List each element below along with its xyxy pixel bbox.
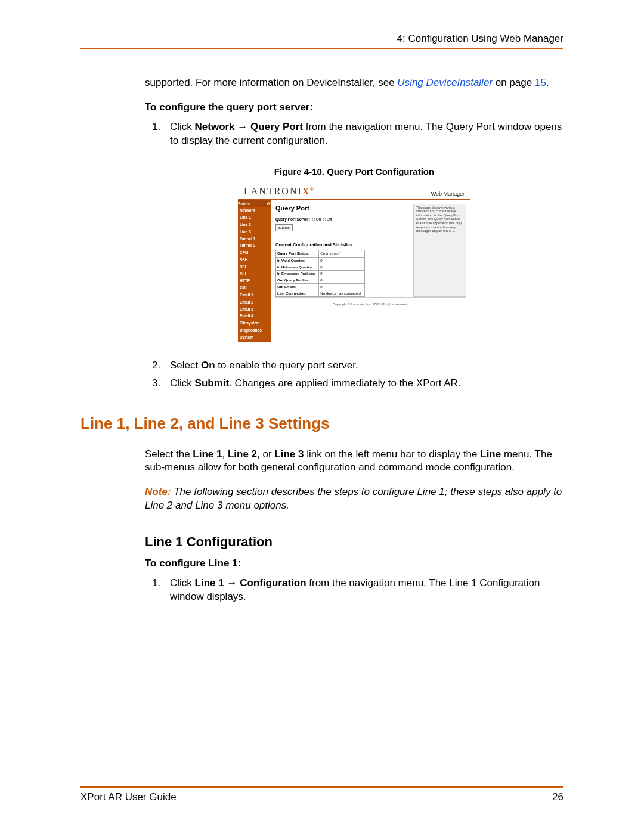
chapter-header: 4: Configuration Using Web Manager — [80, 33, 564, 49]
submit-button[interactable]: Submit — [275, 224, 293, 231]
intro-paragraph: supported. For more information on Devic… — [145, 76, 564, 90]
qp-title: Query Port — [275, 204, 413, 213]
line-settings-heading: Line 1, Line 2, and Line 3 Settings — [80, 413, 564, 434]
note: Note: The following section describes th… — [145, 485, 564, 513]
stats-table: Query Port Status:On (running) In Valid … — [275, 250, 365, 297]
page-ref[interactable]: 15 — [535, 77, 546, 88]
line-para: Select the Line 1, Line 2, or Line 3 lin… — [145, 448, 564, 475]
configure-line1-sub: To configure Line 1: — [145, 557, 564, 571]
query-port-screenshot: LANTRONIX® Web Manager Status⟳ Network L… — [238, 182, 470, 342]
stats-heading: Current Configuration and Statistics — [275, 242, 413, 248]
radio-on[interactable] — [312, 218, 315, 221]
web-manager-label: Web Manager — [431, 190, 465, 197]
step-1: 1. Click Network → Query Port from the n… — [145, 120, 564, 148]
cfg-step-1: 1. Click Line 1 → Configuration from the… — [145, 577, 564, 604]
qp-server-row: Query Port Server: On Off — [275, 217, 413, 222]
radio-off[interactable] — [323, 218, 326, 221]
screenshot-copyright: Copyright © Lantronix, Inc. 2005. All ri… — [275, 297, 466, 309]
footer-title: XPort AR User Guide — [80, 791, 177, 803]
screenshot-nav: Status⟳ Network Line 1 Line 2 Line 3 Tun… — [238, 200, 271, 342]
step-2: 2. Select On to enable the query port se… — [145, 359, 564, 373]
step-3: 3. Click Submit. Changes are applied imm… — [145, 377, 564, 391]
footer-pagenum: 26 — [552, 791, 564, 803]
page-footer: XPort AR User Guide 26 — [80, 786, 564, 803]
line1-config-heading: Line 1 Configuration — [145, 533, 564, 551]
query-port-subheading: To configure the query port server: — [145, 101, 564, 114]
deviceinstaller-link[interactable]: Using DeviceInstaller — [397, 77, 493, 88]
lantronix-logo: LANTRONIX® — [244, 185, 315, 198]
figure-caption: Figure 4-10. Query Port Configuration — [145, 166, 564, 178]
help-panel: This page displays various statistics an… — [413, 204, 466, 297]
